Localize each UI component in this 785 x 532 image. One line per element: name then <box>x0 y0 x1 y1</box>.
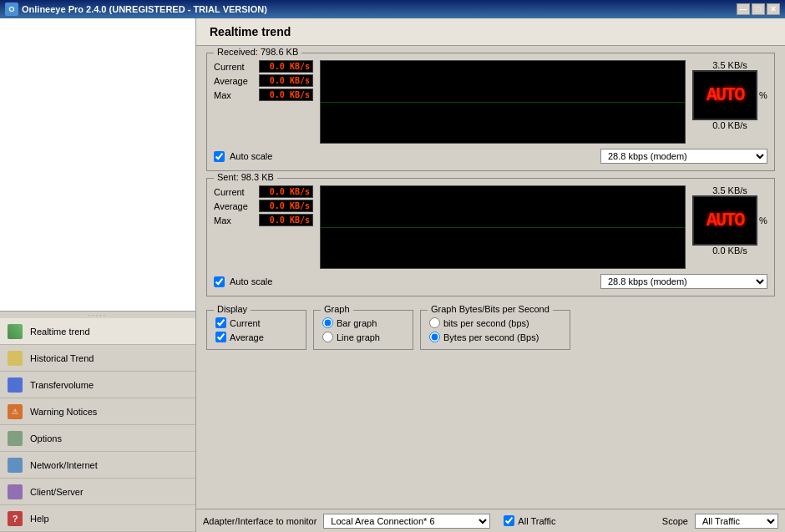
received-meters: Current 0.0 KB/s Average 0.0 KB/s Max 0.… <box>214 60 313 144</box>
help-icon: ? <box>7 510 23 527</box>
received-modem-select[interactable]: 28.8 kbps (modem) <box>600 149 767 164</box>
realtime-trend-icon <box>7 323 23 340</box>
sidebar-label-realtime: Realtime trend <box>30 327 90 337</box>
display-average-checkbox[interactable] <box>215 332 226 342</box>
received-current-label: Current <box>214 62 256 72</box>
content-body: Received: 798.6 KB Current 0.0 KB/s Aver… <box>196 46 785 509</box>
sent-average-label: Average <box>214 201 256 211</box>
sidebar-item-warning-notices[interactable]: ⚠ Warning Notices <box>0 398 195 425</box>
app-title: Onlineeye Pro 2.4.0 (UNREGISTERED - TRIA… <box>22 4 267 14</box>
sent-current-value: 0.0 KB/s <box>259 185 313 198</box>
Bps-item: Bytes per second (Bps) <box>429 332 561 342</box>
display-legend: Display <box>214 304 251 314</box>
sent-legend: Sent: 98.3 KB <box>214 172 277 182</box>
sent-autoscale-label: Auto scale <box>230 276 272 286</box>
scope-select[interactable]: All Traffic <box>695 514 778 529</box>
network-icon <box>7 457 23 474</box>
display-current-checkbox[interactable] <box>215 317 226 328</box>
content-area: Realtime trend Received: 798.6 KB Curren… <box>196 18 785 532</box>
Bps-radio[interactable] <box>429 332 440 342</box>
received-gauge-display: AUTO <box>692 70 757 120</box>
graph-bar-label: Bar graph <box>337 318 377 328</box>
received-current-value: 0.0 KB/s <box>259 60 313 73</box>
sent-panel: Sent: 98.3 KB Current 0.0 KB/s Average 0… <box>206 178 775 296</box>
graph-line-radio[interactable] <box>322 332 333 342</box>
display-average-item: Average <box>215 332 297 342</box>
sent-gauge-display: AUTO <box>692 195 757 246</box>
sent-modem-select[interactable]: 28.8 kbps (modem) <box>600 274 767 289</box>
sidebar-top-area <box>0 18 195 312</box>
sent-autoscale-checkbox[interactable] <box>214 276 225 287</box>
Bps-label: Bytes per second (Bps) <box>443 332 539 342</box>
received-average-value: 0.0 KB/s <box>259 74 313 87</box>
sidebar-item-realtime-trend[interactable]: Realtime trend <box>0 318 195 345</box>
received-autoscale-label: Auto scale <box>230 151 272 161</box>
received-gauge-bottom: 0.0 KB/s <box>712 120 747 130</box>
sent-average-value: 0.0 KB/s <box>259 200 313 212</box>
app-icon: O <box>5 3 18 16</box>
sidebar-item-transfervolume[interactable]: Transfervolume <box>0 372 195 398</box>
graph-bar-item: Bar graph <box>322 317 404 328</box>
bytes-legend: Graph Bytes/Bits per Second <box>428 304 553 314</box>
content-header: Realtime trend <box>196 18 785 46</box>
adapter-select[interactable]: Local Area Connection* 6 <box>323 514 490 529</box>
sidebar-label-transfer: Transfervolume <box>30 380 94 390</box>
all-traffic-label: All Traffic <box>518 516 555 526</box>
graph-line-label: Line graph <box>337 332 380 342</box>
sent-gauge-col: 3.5 KB/s AUTO % 0.0 KB/s <box>692 185 767 269</box>
display-average-label: Average <box>230 332 264 342</box>
received-panel: Received: 798.6 KB Current 0.0 KB/s Aver… <box>206 53 775 171</box>
bytes-box: Graph Bytes/Bits per Second bits per sec… <box>420 310 570 350</box>
historical-trend-icon <box>7 350 23 367</box>
sent-gauge-top: 3.5 KB/s <box>712 185 747 195</box>
adapter-label: Adapter/Interface to monitor <box>203 516 317 526</box>
maximize-button[interactable]: □ <box>752 3 765 15</box>
display-box: Display Current Average <box>206 310 306 350</box>
minimize-button[interactable]: — <box>737 3 750 15</box>
sent-gauge-text: AUTO <box>706 210 744 231</box>
received-graph <box>320 60 686 144</box>
received-average-label: Average <box>214 76 256 86</box>
graph-legend: Graph <box>321 304 353 314</box>
sidebar-label-client: Client/Server <box>30 487 84 497</box>
sidebar-item-historical-trend[interactable]: Historical Trend <box>0 345 195 372</box>
sidebar-item-client-server[interactable]: Client/Server <box>0 479 195 505</box>
scope-label: Scope <box>662 516 688 526</box>
received-gauge-percent: % <box>759 90 767 100</box>
bps-label: bits per second (bps) <box>443 318 529 328</box>
sent-graph <box>320 185 686 269</box>
received-max-label: Max <box>214 90 256 100</box>
title-bar: O Onlineeye Pro 2.4.0 (UNREGISTERED - TR… <box>0 0 785 18</box>
graph-box: Graph Bar graph Line graph <box>313 310 413 350</box>
client-server-icon <box>7 484 23 500</box>
sidebar-item-options[interactable]: Options <box>0 425 195 452</box>
sent-max-label: Max <box>214 215 256 225</box>
received-legend: Received: 798.6 KB <box>214 47 301 57</box>
bps-radio[interactable] <box>429 317 440 328</box>
display-current-item: Current <box>215 317 297 328</box>
sent-meters: Current 0.0 KB/s Average 0.0 KB/s Max 0.… <box>214 185 313 269</box>
sidebar-label-historical: Historical Trend <box>30 353 94 363</box>
transfervolume-icon <box>7 377 23 393</box>
sidebar-label-warning: Warning Notices <box>30 407 97 417</box>
bps-item: bits per second (bps) <box>429 317 561 328</box>
sidebar-label-help: Help <box>30 514 49 524</box>
warning-notices-icon: ⚠ <box>7 403 23 420</box>
options-icon <box>7 430 23 447</box>
sidebar-label-options: Options <box>30 433 62 443</box>
graph-bar-radio[interactable] <box>322 317 333 328</box>
sidebar-item-help[interactable]: ? Help <box>0 505 195 532</box>
sent-gauge-percent: % <box>759 215 767 225</box>
received-autoscale-checkbox[interactable] <box>214 151 225 162</box>
sent-gauge-bottom: 0.0 KB/s <box>712 246 747 256</box>
sidebar: ····· Realtime trend Historical Trend Tr… <box>0 18 196 532</box>
graph-line-item: Line graph <box>322 332 404 342</box>
status-bar: Adapter/Interface to monitor Local Area … <box>196 509 785 532</box>
close-button[interactable]: ✕ <box>767 3 780 15</box>
all-traffic-checkbox[interactable] <box>504 515 514 526</box>
received-gauge-text: AUTO <box>706 85 744 106</box>
options-row: Display Current Average Graph <box>206 303 775 353</box>
received-gauge-col: 3.5 KB/s AUTO % 0.0 KB/s <box>692 60 767 144</box>
sidebar-label-network: Network/Internet <box>30 460 98 470</box>
sidebar-item-network[interactable]: Network/Internet <box>0 452 195 479</box>
